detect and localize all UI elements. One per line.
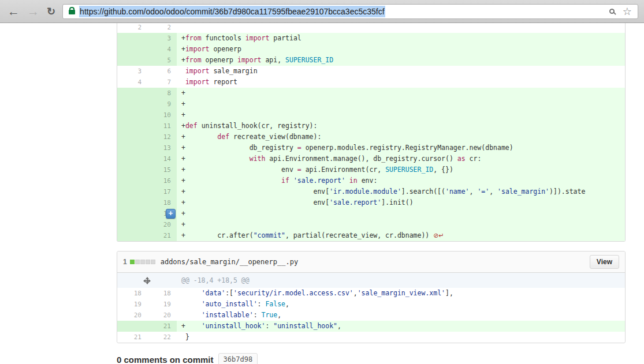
diff-line: 1919 'auto_install': False, <box>117 299 625 310</box>
line-number-new[interactable]: 17 <box>147 186 177 197</box>
line-number-old[interactable] <box>117 110 147 121</box>
code-line: import sale_margin <box>177 66 625 77</box>
add-line-comment-button[interactable]: + <box>166 209 176 219</box>
code-line: + <box>177 208 625 219</box>
line-number-new[interactable]: 18 <box>147 197 177 208</box>
comments-count-text: 0 comments on commit <box>117 355 214 364</box>
line-number-old[interactable] <box>117 33 147 44</box>
line-number-new[interactable]: 16 <box>147 175 177 186</box>
commit-diff-page: 223+from functools import partial4+impor… <box>117 23 626 364</box>
line-number-new[interactable]: 12 <box>147 132 177 142</box>
code-line: 'data':['security/ir.model.access.csv','… <box>177 288 625 299</box>
diffstat-block-neutral <box>140 260 145 264</box>
line-number-new[interactable]: 3 <box>147 33 177 44</box>
move-cursor-icon <box>143 276 151 285</box>
code-line: } <box>177 332 625 343</box>
diff-line: 2020 'installable': True, <box>117 310 625 321</box>
line-number-old[interactable] <box>117 186 147 197</box>
hunk-gutter <box>117 273 177 288</box>
line-number-old[interactable] <box>117 44 147 55</box>
line-number-old[interactable] <box>117 142 147 153</box>
line-number-new[interactable]: 21 <box>147 230 177 241</box>
diffstat-block-neutral <box>146 260 150 264</box>
line-number-new[interactable]: 10 <box>147 110 177 121</box>
line-number-old[interactable]: 3 <box>117 66 147 77</box>
line-number-old[interactable] <box>117 55 147 66</box>
line-number-old[interactable]: 4 <box>117 77 147 88</box>
diff-line: 15+ env = api.Environment(cr, SUPERUSER_… <box>117 164 625 175</box>
code-line: +from functools import partial <box>177 33 625 44</box>
line-number-new[interactable]: 18 <box>147 288 177 299</box>
line-number-old[interactable]: 21 <box>117 332 147 343</box>
diffstat-block-neutral <box>151 260 155 264</box>
line-number-old[interactable] <box>117 153 147 164</box>
diff-line: 21+ cr.after("commit", partial(recreate_… <box>117 230 625 241</box>
diff-line: 11+def uninstall_hook(cr, registry): <box>117 121 625 132</box>
line-number-old[interactable] <box>117 219 147 230</box>
diff-line: 22 <box>117 23 625 33</box>
line-number-new[interactable]: 9 <box>147 99 177 110</box>
line-number-new[interactable]: 2 <box>147 23 177 33</box>
diff-line: 10+ <box>117 110 625 121</box>
line-number-old[interactable] <box>117 132 147 142</box>
line-number-new[interactable]: 11 <box>147 121 177 132</box>
line-number-old[interactable]: 20 <box>117 310 147 321</box>
diff-line: 36 import sale_margin <box>117 66 625 77</box>
line-number-old[interactable]: 2 <box>117 23 147 33</box>
code-line: + <box>177 99 625 110</box>
line-number-new[interactable]: 7 <box>147 77 177 88</box>
line-number-new[interactable]: 14 <box>147 153 177 164</box>
diff-line: 5+from openerp import api, SUPERUSER_ID <box>117 55 625 66</box>
line-number-old[interactable] <box>117 88 147 99</box>
line-number-new[interactable]: 4 <box>147 44 177 55</box>
diff-line: 18+ env['sale.report'].init() <box>117 197 625 208</box>
line-number-new[interactable]: 13 <box>147 142 177 153</box>
back-icon[interactable]: ← <box>8 5 20 17</box>
diff-line: 12+ def recreate_view(dbname): <box>117 132 625 142</box>
line-number-old[interactable] <box>117 197 147 208</box>
line-number-new[interactable]: 8 <box>147 88 177 99</box>
code-line: +def uninstall_hook(cr, registry): <box>177 121 625 132</box>
diff-line: 47 import report <box>117 77 625 88</box>
line-number-old[interactable] <box>117 230 147 241</box>
line-number-new[interactable]: 20 <box>147 310 177 321</box>
line-number-old[interactable]: 19 <box>117 299 147 310</box>
line-number-new[interactable]: 20 <box>147 219 177 230</box>
code-line: + <box>177 110 625 121</box>
diff-line: 4+import openerp <box>117 44 625 55</box>
line-number-new[interactable]: 15 <box>147 164 177 175</box>
code-line: +from openerp import api, SUPERUSER_ID <box>177 55 625 66</box>
diff-line: 3+from functools import partial <box>117 33 625 44</box>
code-line: + cr.after("commit", partial(recreate_vi… <box>177 230 625 241</box>
address-bar[interactable]: https://github.com/odoo/odoo/commit/36b7… <box>62 4 638 19</box>
line-number-old[interactable] <box>117 321 147 332</box>
https-lock-icon[interactable] <box>69 10 75 14</box>
diff-line: 21+ 'uninstall_hook': "uninstall_hook", <box>117 321 625 332</box>
forward-icon[interactable]: → <box>27 5 39 17</box>
diff-line: 13+ db_registry = openerp.modules.regist… <box>117 142 625 153</box>
bookmark-star-icon[interactable]: ☆ <box>623 6 632 17</box>
line-number-new[interactable]: 6 <box>147 66 177 77</box>
line-number-new[interactable]: 22 <box>147 332 177 343</box>
line-number-old[interactable] <box>117 164 147 175</box>
line-number-new[interactable]: 19 <box>147 299 177 310</box>
diff-line: 16+ if 'sale.report' in env: <box>117 175 625 186</box>
line-number-old[interactable] <box>117 175 147 186</box>
code-line: 'installable': True, <box>177 310 625 321</box>
code-line: +import openerp <box>177 44 625 55</box>
diff-line: 17+ env['ir.module.module'].search([('na… <box>117 186 625 197</box>
diff-line: 9+ <box>117 99 625 110</box>
line-number-old[interactable]: 18 <box>117 288 147 299</box>
diff-line: 1818 'data':['security/ir.model.access.c… <box>117 288 625 299</box>
zoom-indicator-icon[interactable] <box>609 9 615 14</box>
line-number-new[interactable]: 21 <box>147 321 177 332</box>
line-number-old[interactable] <box>117 121 147 132</box>
reload-icon[interactable]: ↻ <box>47 6 55 17</box>
url-text[interactable]: https://github.com/odoo/odoo/commit/36b7… <box>79 6 385 17</box>
line-number-new[interactable]: 5 <box>147 55 177 66</box>
line-number-old[interactable] <box>117 208 147 219</box>
view-file-button[interactable]: View <box>590 255 619 269</box>
diff-line: 20+ <box>117 219 625 230</box>
hunk-header-row: @@ -18,4 +18,5 @@ <box>117 273 625 288</box>
line-number-old[interactable] <box>117 99 147 110</box>
